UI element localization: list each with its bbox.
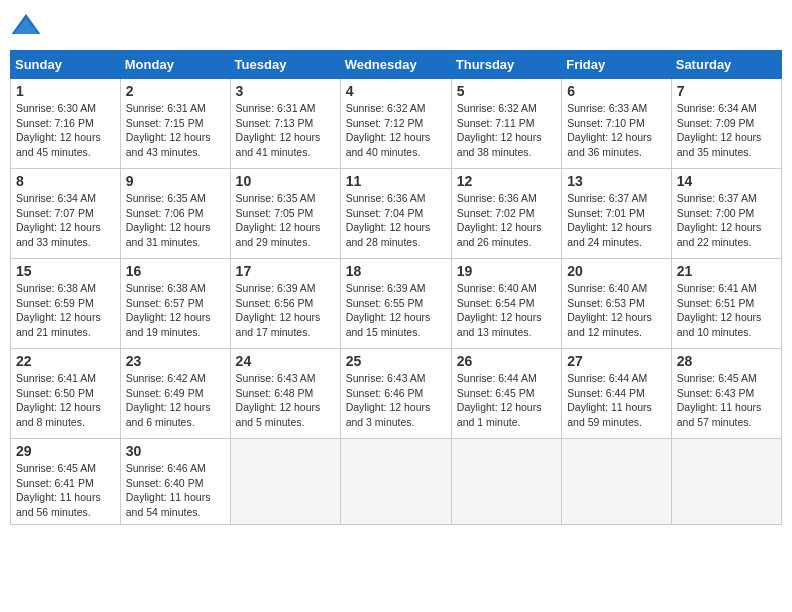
day-number: 7 (677, 83, 776, 99)
day-info: Sunrise: 6:41 AMSunset: 6:50 PMDaylight:… (16, 371, 115, 430)
day-number: 3 (236, 83, 335, 99)
calendar-cell: 22Sunrise: 6:41 AMSunset: 6:50 PMDayligh… (11, 349, 121, 439)
day-number: 17 (236, 263, 335, 279)
calendar-header-tuesday: Tuesday (230, 51, 340, 79)
calendar-week-row: 29Sunrise: 6:45 AMSunset: 6:41 PMDayligh… (11, 439, 782, 525)
day-number: 13 (567, 173, 666, 189)
day-number: 23 (126, 353, 225, 369)
calendar-cell: 20Sunrise: 6:40 AMSunset: 6:53 PMDayligh… (562, 259, 672, 349)
day-info: Sunrise: 6:31 AMSunset: 7:15 PMDaylight:… (126, 101, 225, 160)
day-info: Sunrise: 6:38 AMSunset: 6:57 PMDaylight:… (126, 281, 225, 340)
calendar-cell: 15Sunrise: 6:38 AMSunset: 6:59 PMDayligh… (11, 259, 121, 349)
day-info: Sunrise: 6:35 AMSunset: 7:05 PMDaylight:… (236, 191, 335, 250)
calendar-cell: 29Sunrise: 6:45 AMSunset: 6:41 PMDayligh… (11, 439, 121, 525)
day-number: 29 (16, 443, 115, 459)
calendar-cell (230, 439, 340, 525)
calendar-cell: 2Sunrise: 6:31 AMSunset: 7:15 PMDaylight… (120, 79, 230, 169)
calendar-cell: 5Sunrise: 6:32 AMSunset: 7:11 PMDaylight… (451, 79, 561, 169)
day-info: Sunrise: 6:44 AMSunset: 6:44 PMDaylight:… (567, 371, 666, 430)
calendar-cell (340, 439, 451, 525)
day-info: Sunrise: 6:41 AMSunset: 6:51 PMDaylight:… (677, 281, 776, 340)
day-number: 8 (16, 173, 115, 189)
calendar-cell (451, 439, 561, 525)
day-number: 12 (457, 173, 556, 189)
day-number: 6 (567, 83, 666, 99)
day-info: Sunrise: 6:43 AMSunset: 6:48 PMDaylight:… (236, 371, 335, 430)
day-number: 5 (457, 83, 556, 99)
day-info: Sunrise: 6:38 AMSunset: 6:59 PMDaylight:… (16, 281, 115, 340)
day-info: Sunrise: 6:32 AMSunset: 7:11 PMDaylight:… (457, 101, 556, 160)
day-info: Sunrise: 6:44 AMSunset: 6:45 PMDaylight:… (457, 371, 556, 430)
day-info: Sunrise: 6:34 AMSunset: 7:09 PMDaylight:… (677, 101, 776, 160)
day-number: 20 (567, 263, 666, 279)
calendar-cell: 7Sunrise: 6:34 AMSunset: 7:09 PMDaylight… (671, 79, 781, 169)
calendar-cell: 18Sunrise: 6:39 AMSunset: 6:55 PMDayligh… (340, 259, 451, 349)
day-number: 1 (16, 83, 115, 99)
calendar-cell: 3Sunrise: 6:31 AMSunset: 7:13 PMDaylight… (230, 79, 340, 169)
day-number: 16 (126, 263, 225, 279)
calendar-cell: 4Sunrise: 6:32 AMSunset: 7:12 PMDaylight… (340, 79, 451, 169)
calendar-cell: 13Sunrise: 6:37 AMSunset: 7:01 PMDayligh… (562, 169, 672, 259)
day-info: Sunrise: 6:40 AMSunset: 6:53 PMDaylight:… (567, 281, 666, 340)
calendar-table: SundayMondayTuesdayWednesdayThursdayFrid… (10, 50, 782, 525)
calendar-cell: 8Sunrise: 6:34 AMSunset: 7:07 PMDaylight… (11, 169, 121, 259)
day-info: Sunrise: 6:43 AMSunset: 6:46 PMDaylight:… (346, 371, 446, 430)
day-number: 18 (346, 263, 446, 279)
calendar-header-friday: Friday (562, 51, 672, 79)
calendar-cell: 14Sunrise: 6:37 AMSunset: 7:00 PMDayligh… (671, 169, 781, 259)
calendar-cell: 28Sunrise: 6:45 AMSunset: 6:43 PMDayligh… (671, 349, 781, 439)
calendar-cell: 26Sunrise: 6:44 AMSunset: 6:45 PMDayligh… (451, 349, 561, 439)
calendar-header-row: SundayMondayTuesdayWednesdayThursdayFrid… (11, 51, 782, 79)
calendar-cell (671, 439, 781, 525)
calendar-cell: 21Sunrise: 6:41 AMSunset: 6:51 PMDayligh… (671, 259, 781, 349)
day-info: Sunrise: 6:34 AMSunset: 7:07 PMDaylight:… (16, 191, 115, 250)
day-number: 2 (126, 83, 225, 99)
day-number: 10 (236, 173, 335, 189)
calendar-cell: 27Sunrise: 6:44 AMSunset: 6:44 PMDayligh… (562, 349, 672, 439)
calendar-cell: 6Sunrise: 6:33 AMSunset: 7:10 PMDaylight… (562, 79, 672, 169)
calendar-header-saturday: Saturday (671, 51, 781, 79)
day-info: Sunrise: 6:36 AMSunset: 7:02 PMDaylight:… (457, 191, 556, 250)
day-info: Sunrise: 6:46 AMSunset: 6:40 PMDaylight:… (126, 461, 225, 520)
day-number: 22 (16, 353, 115, 369)
page-header (10, 10, 782, 42)
calendar-week-row: 8Sunrise: 6:34 AMSunset: 7:07 PMDaylight… (11, 169, 782, 259)
calendar-header-thursday: Thursday (451, 51, 561, 79)
day-info: Sunrise: 6:33 AMSunset: 7:10 PMDaylight:… (567, 101, 666, 160)
logo (10, 10, 46, 42)
day-info: Sunrise: 6:45 AMSunset: 6:43 PMDaylight:… (677, 371, 776, 430)
calendar-cell: 10Sunrise: 6:35 AMSunset: 7:05 PMDayligh… (230, 169, 340, 259)
calendar-cell: 9Sunrise: 6:35 AMSunset: 7:06 PMDaylight… (120, 169, 230, 259)
calendar-cell (562, 439, 672, 525)
calendar-cell: 12Sunrise: 6:36 AMSunset: 7:02 PMDayligh… (451, 169, 561, 259)
calendar-cell: 16Sunrise: 6:38 AMSunset: 6:57 PMDayligh… (120, 259, 230, 349)
calendar-cell: 11Sunrise: 6:36 AMSunset: 7:04 PMDayligh… (340, 169, 451, 259)
day-number: 26 (457, 353, 556, 369)
calendar-cell: 24Sunrise: 6:43 AMSunset: 6:48 PMDayligh… (230, 349, 340, 439)
calendar-week-row: 22Sunrise: 6:41 AMSunset: 6:50 PMDayligh… (11, 349, 782, 439)
day-info: Sunrise: 6:30 AMSunset: 7:16 PMDaylight:… (16, 101, 115, 160)
day-number: 30 (126, 443, 225, 459)
day-info: Sunrise: 6:36 AMSunset: 7:04 PMDaylight:… (346, 191, 446, 250)
calendar-cell: 17Sunrise: 6:39 AMSunset: 6:56 PMDayligh… (230, 259, 340, 349)
calendar-header-wednesday: Wednesday (340, 51, 451, 79)
calendar-cell: 25Sunrise: 6:43 AMSunset: 6:46 PMDayligh… (340, 349, 451, 439)
day-info: Sunrise: 6:32 AMSunset: 7:12 PMDaylight:… (346, 101, 446, 160)
day-info: Sunrise: 6:45 AMSunset: 6:41 PMDaylight:… (16, 461, 115, 520)
day-number: 25 (346, 353, 446, 369)
day-number: 27 (567, 353, 666, 369)
day-info: Sunrise: 6:37 AMSunset: 7:00 PMDaylight:… (677, 191, 776, 250)
day-number: 15 (16, 263, 115, 279)
day-info: Sunrise: 6:37 AMSunset: 7:01 PMDaylight:… (567, 191, 666, 250)
day-info: Sunrise: 6:40 AMSunset: 6:54 PMDaylight:… (457, 281, 556, 340)
day-number: 24 (236, 353, 335, 369)
day-info: Sunrise: 6:42 AMSunset: 6:49 PMDaylight:… (126, 371, 225, 430)
calendar-cell: 19Sunrise: 6:40 AMSunset: 6:54 PMDayligh… (451, 259, 561, 349)
calendar-cell: 30Sunrise: 6:46 AMSunset: 6:40 PMDayligh… (120, 439, 230, 525)
day-number: 9 (126, 173, 225, 189)
calendar-cell: 23Sunrise: 6:42 AMSunset: 6:49 PMDayligh… (120, 349, 230, 439)
day-info: Sunrise: 6:39 AMSunset: 6:55 PMDaylight:… (346, 281, 446, 340)
calendar-header-monday: Monday (120, 51, 230, 79)
calendar-week-row: 15Sunrise: 6:38 AMSunset: 6:59 PMDayligh… (11, 259, 782, 349)
calendar-header-sunday: Sunday (11, 51, 121, 79)
